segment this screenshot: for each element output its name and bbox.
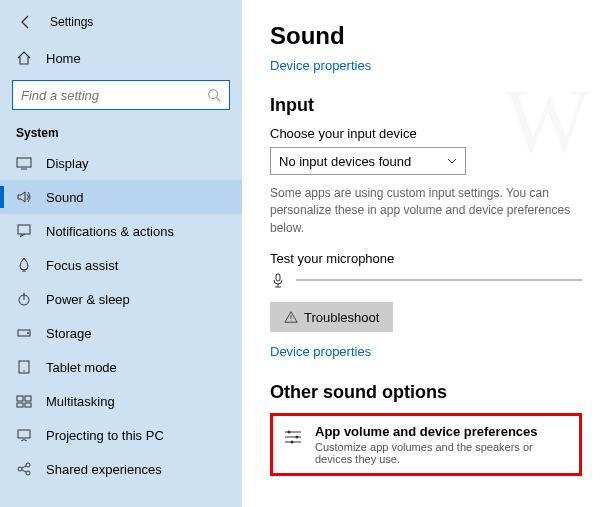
sidebar-item-label: Power & sleep (46, 292, 130, 307)
svg-point-17 (288, 431, 291, 434)
sidebar-item-power[interactable]: Power & sleep (0, 282, 242, 316)
app-volume-preferences-card[interactable]: App volume and device preferences Custom… (270, 413, 582, 476)
sidebar-item-label: Display (46, 156, 89, 171)
svg-rect-8 (17, 396, 23, 401)
sidebar-item-label: Notifications & actions (46, 224, 174, 239)
sidebar-item-label: Shared experiences (46, 462, 162, 477)
sidebar-item-notifications[interactable]: Notifications & actions (0, 214, 242, 248)
sound-icon (16, 189, 32, 205)
sidebar-item-home[interactable]: Home (0, 42, 242, 74)
page-title: Sound (270, 22, 582, 50)
multitasking-icon (16, 393, 32, 409)
sidebar-item-shared[interactable]: Shared experiences (0, 452, 242, 486)
app-title: Settings (50, 15, 93, 29)
test-mic-label: Test your microphone (270, 251, 582, 266)
home-icon (16, 50, 32, 66)
microphone-icon (270, 272, 286, 288)
input-device-dropdown[interactable]: No input devices found (270, 147, 466, 175)
tablet-icon (16, 359, 32, 375)
card-title: App volume and device preferences (315, 424, 569, 439)
focus-assist-icon (16, 257, 32, 273)
svg-rect-16 (276, 274, 280, 281)
power-icon (16, 291, 32, 307)
svg-rect-2 (18, 225, 30, 234)
svg-rect-11 (25, 403, 31, 407)
sidebar-item-focus-assist[interactable]: Focus assist (0, 248, 242, 282)
back-button[interactable] (16, 12, 36, 32)
sidebar-item-projecting[interactable]: Projecting to this PC (0, 418, 242, 452)
sidebar-item-label: Tablet mode (46, 360, 117, 375)
svg-rect-1 (17, 158, 31, 167)
choose-input-label: Choose your input device (270, 126, 582, 141)
search-icon (207, 88, 221, 102)
sidebar-item-tablet[interactable]: Tablet mode (0, 350, 242, 384)
sidebar-item-label: Storage (46, 326, 92, 341)
projecting-icon (16, 427, 32, 443)
warning-icon (284, 310, 298, 324)
svg-point-14 (26, 463, 30, 467)
svg-point-0 (209, 90, 218, 99)
home-label: Home (46, 51, 81, 66)
svg-point-13 (18, 467, 22, 471)
sidebar-item-display[interactable]: Display (0, 146, 242, 180)
svg-rect-12 (18, 430, 30, 438)
svg-rect-9 (25, 396, 31, 401)
input-help-text: Some apps are using custom input setting… (270, 185, 582, 237)
input-heading: Input (270, 95, 582, 116)
mic-level-bar (296, 279, 582, 281)
svg-point-18 (296, 436, 299, 439)
search-input-container[interactable] (12, 80, 230, 110)
search-input[interactable] (21, 88, 207, 103)
sidebar-item-multitasking[interactable]: Multitasking (0, 384, 242, 418)
storage-icon (16, 325, 32, 341)
section-label: System (0, 120, 242, 146)
sidebar-item-label: Multitasking (46, 394, 115, 409)
notifications-icon (16, 223, 32, 239)
chevron-down-icon (447, 156, 457, 166)
sidebar-item-storage[interactable]: Storage (0, 316, 242, 350)
troubleshoot-label: Troubleshoot (304, 310, 379, 325)
watermark: W (505, 70, 590, 173)
display-icon (16, 155, 32, 171)
svg-point-19 (291, 441, 294, 444)
other-sound-heading: Other sound options (270, 382, 582, 403)
svg-point-5 (27, 332, 29, 334)
svg-point-15 (26, 471, 30, 475)
sidebar-item-label: Focus assist (46, 258, 118, 273)
device-properties-link-2[interactable]: Device properties (270, 344, 371, 359)
shared-icon (16, 461, 32, 477)
sidebar-item-sound[interactable]: Sound (0, 180, 242, 214)
sidebar-item-label: Projecting to this PC (46, 428, 164, 443)
svg-rect-10 (17, 403, 23, 407)
sliders-icon (283, 427, 303, 447)
troubleshoot-button[interactable]: Troubleshoot (270, 302, 393, 332)
dropdown-selected: No input devices found (279, 154, 411, 169)
svg-point-7 (23, 370, 24, 371)
sidebar-item-label: Sound (46, 190, 84, 205)
card-subtitle: Customize app volumes and the speakers o… (315, 441, 569, 465)
device-properties-link[interactable]: Device properties (270, 58, 582, 73)
